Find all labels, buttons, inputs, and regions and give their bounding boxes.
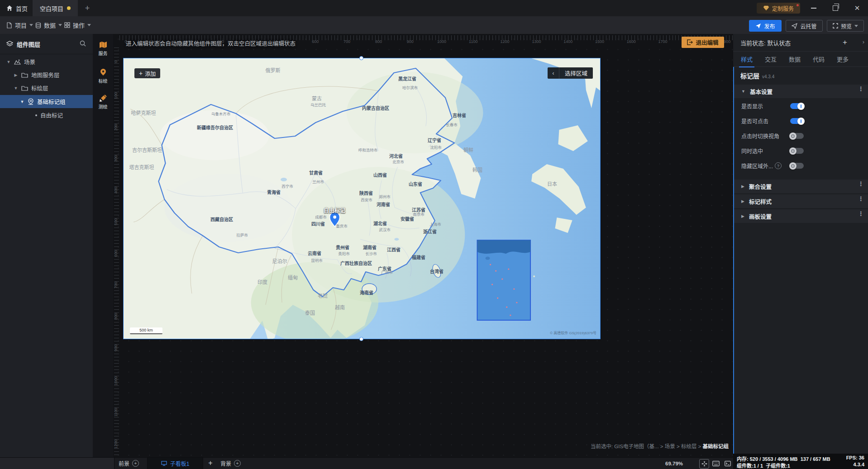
resize-handle-top[interactable] [359,56,363,60]
custom-service-badge[interactable]: 定制服务 [757,3,800,14]
home-tab[interactable]: 首页 [6,0,28,16]
board-tab-active[interactable]: 子看板1 [147,458,203,469]
selection-breadcrumb: 当前选中: GIS电子地图（基... > 场景 > 标绘层 > 基础标记组 [591,442,729,450]
add-background-icon[interactable]: + [234,460,241,467]
ruler-number: 1100 [469,39,477,44]
resize-handle-bottom[interactable] [359,337,363,341]
select-region-control[interactable]: ‹ 选择区域 [548,67,593,79]
database-icon [35,22,41,28]
tree-item-label: 场景 [24,57,35,66]
tree-item-scene[interactable]: ▼ 场景 [0,56,99,68]
grid-icon [64,22,70,28]
toggle-switch[interactable] [790,118,804,124]
state-header: 当前状态: 默认状态 + › [733,34,868,52]
tree-item-label: 基础标记组 [37,97,66,106]
tab-style[interactable]: 样式 [741,55,753,63]
chevron-right-icon[interactable]: › [863,38,864,45]
select-region-label: 选择区域 [559,67,593,79]
kebab-menu-icon[interactable]: ⋮ [858,198,863,200]
publish-button[interactable]: 发布 [749,20,782,32]
toggle-switch[interactable] [790,133,804,139]
caret-down-icon[interactable]: ▼ [14,86,18,90]
cloud-host-button[interactable]: 云托管 [786,20,823,32]
preview-button[interactable]: 预览 [827,20,864,32]
tab-interaction[interactable]: 交互 [765,55,777,63]
kebab-menu-icon[interactable]: ⋮ [858,213,863,215]
chevron-left-icon[interactable]: ‹ [548,67,559,79]
toggle-switch[interactable] [790,148,804,154]
add-state-button[interactable]: + [840,38,850,47]
bottom-bar-left [0,458,114,469]
tool-plot[interactable]: 标绘 [93,68,113,84]
tool-measure[interactable]: 测绘 [93,95,113,110]
component-name: 标记层 [740,72,759,80]
menu-actions[interactable]: 操作 [64,16,91,34]
tree-item-label: 地图服务层 [31,71,60,79]
breadcrumb-path[interactable]: GIS电子地图（基... > 场景 > 标绘层 > [614,444,702,449]
tool-service[interactable]: 服务 [93,41,113,57]
board-icon [161,461,167,466]
caret-down-icon[interactable]: ▼ [20,99,24,104]
folder-icon [21,72,28,78]
board-tab-label: 子看板1 [170,460,190,467]
restore-button[interactable] [825,0,845,16]
add-foreground-icon[interactable]: + [132,460,139,467]
kebab-menu-icon[interactable]: ⋮ [858,183,863,185]
exit-edit-button[interactable]: 退出编辑 [682,37,724,48]
file-icon [6,22,12,28]
add-marker-button[interactable]: + 添加 [134,68,160,78]
tab-data[interactable]: 数据 [789,55,801,63]
add-board-button[interactable]: + [206,459,215,468]
menu-data-label: 数据 [44,21,56,29]
tree-item-map-service-layer[interactable]: ▶ 地图服务层 [0,69,106,81]
minimize-button[interactable] [804,0,824,16]
toggle-row: 是否可点击 [734,114,868,128]
new-tab-button[interactable]: + [82,3,92,13]
section-label: 基本设置 [750,87,773,96]
section-basic-settings[interactable]: ▼ 基本设置 ⋮ [734,85,868,98]
section-marker-style[interactable]: ▶ 标记样式 ⋮ [734,194,868,208]
tree-item-label: 标绘层 [31,84,48,92]
help-icon[interactable]: ? [775,162,782,169]
menu-data[interactable]: 数据 [35,16,62,34]
settings-panel: 当前状态: 默认状态 + › 样式 交互 数据 代码 更多 标记层v4.3.4 … [733,34,868,458]
basemap [124,58,600,339]
project-tab-label: 空白项目 [40,4,63,13]
project-tab[interactable]: 空白项目 [33,0,78,16]
map-scale-bar: 500 km [130,327,162,334]
ruler-number: 600 [312,39,319,44]
console-button[interactable] [723,459,732,468]
section-board-settings[interactable]: ▶ 画板设置 ⋮ [734,209,868,223]
section-cluster-settings[interactable]: ▶ 聚合设置 ⋮ [734,180,868,193]
tab-code[interactable]: 代码 [813,55,825,63]
close-button[interactable]: ✕ [847,0,867,16]
toggle-switch[interactable] [790,163,804,169]
toggle-label: 隐藏区域外...? [741,162,790,170]
kebab-menu-icon[interactable]: ⋮ [858,88,863,90]
foreground-button[interactable]: 前景 + [119,458,139,469]
panel-tabs: 样式 交互 数据 代码 更多 [733,51,868,67]
south-china-sea-inset [477,240,530,320]
zoom-percent[interactable]: 69.79% [665,458,683,469]
breadcrumb-current[interactable]: 基础标记组 [703,444,729,449]
shortcuts-button[interactable] [711,459,720,468]
caret-right-icon[interactable]: ▶ [14,73,18,77]
layers-panel-title: 组件图层 [17,40,40,48]
tab-more[interactable]: 更多 [837,55,849,63]
tree-item-plot-layer[interactable]: ▼ 标绘层 [0,82,106,94]
caret-down-icon[interactable]: ▼ [6,60,11,64]
editor-canvas[interactable]: 0100200300400500600700800900100011001200… [113,34,733,458]
ruler-number: 1200 [114,440,118,449]
section-label: 画板设置 [749,212,772,221]
gis-map-component[interactable]: 新疆维吾尔自治区西藏自治区青海省甘肃省内蒙古自治区黑龙江省吉林省辽宁省河北省山西… [123,58,601,339]
app-version: 4.3.4 [854,462,864,467]
toggle-switch[interactable] [790,103,804,109]
ruler-number: 800 [375,39,382,44]
marker-label[interactable]: 自由标记 [324,206,345,214]
search-icon[interactable] [79,40,86,47]
menu-project[interactable]: 项目 [6,16,33,34]
fit-view-button[interactable] [699,459,709,469]
menu-actions-label: 操作 [73,21,85,29]
ruler-number: 1700 [658,39,668,44]
background-button[interactable]: 背景 + [220,458,241,469]
